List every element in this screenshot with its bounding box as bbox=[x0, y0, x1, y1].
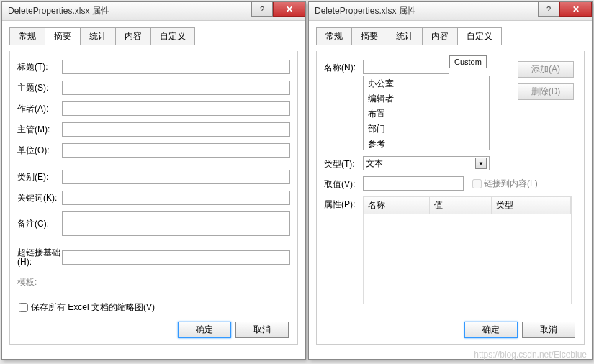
cancel-button[interactable]: 取消 bbox=[522, 322, 575, 338]
col-name[interactable]: 名称 bbox=[364, 197, 430, 214]
tab-contents[interactable]: 内容 bbox=[422, 27, 458, 45]
add-button[interactable]: 添加(A) bbox=[518, 61, 574, 78]
list-item[interactable]: 部门 bbox=[364, 122, 489, 137]
window-title: DeleteProperties.xlsx 属性 bbox=[8, 5, 109, 17]
dialog-content: 常规 摘要 统计 内容 自定义 Custom 添加(A) 删除(D) 名称(N)… bbox=[309, 21, 592, 345]
window-title: DeleteProperties.xlsx 属性 bbox=[315, 5, 416, 17]
author-input[interactable] bbox=[62, 101, 290, 116]
dialog-content: 常规 摘要 统计 内容 自定义 标题(T): 主题(S): 作者(A): 主管(… bbox=[2, 21, 305, 345]
name-label: 名称(N): bbox=[324, 60, 363, 74]
summary-panel: 标题(T): 主题(S): 作者(A): 主管(M): 单位(O): 类别(E)… bbox=[9, 51, 298, 345]
link-label: 链接到内容(L) bbox=[484, 178, 538, 190]
properties-dialog-summary: DeleteProperties.xlsx 属性 ? ✕ 常规 摘要 统计 内容… bbox=[1, 1, 306, 360]
author-label: 作者(A): bbox=[17, 103, 62, 115]
name-listbox[interactable]: 办公室 编辑者 布置 部门 参考 打字员 bbox=[363, 76, 490, 150]
subject-input[interactable] bbox=[62, 81, 290, 95]
comments-label: 备注(C): bbox=[17, 218, 62, 230]
keywords-input[interactable] bbox=[62, 191, 290, 205]
company-label: 单位(O): bbox=[17, 145, 62, 157]
thumbnail-checkbox[interactable] bbox=[19, 303, 28, 312]
tab-strip: 常规 摘要 统计 内容 自定义 bbox=[9, 27, 298, 45]
subject-label: 主题(S): bbox=[17, 82, 62, 94]
tab-statistics[interactable]: 统计 bbox=[80, 27, 116, 45]
list-item[interactable]: 编辑者 bbox=[364, 91, 489, 106]
cancel-button[interactable]: 取消 bbox=[235, 322, 289, 338]
category-input[interactable] bbox=[62, 170, 290, 184]
template-label: 模板: bbox=[17, 276, 62, 288]
title-label: 标题(T): bbox=[17, 61, 62, 73]
manager-label: 主管(M): bbox=[17, 124, 62, 136]
close-button[interactable]: ✕ bbox=[273, 2, 305, 17]
tab-summary[interactable]: 摘要 bbox=[45, 27, 81, 45]
help-button[interactable]: ? bbox=[251, 2, 273, 17]
delete-button[interactable]: 删除(D) bbox=[518, 83, 574, 100]
ok-button[interactable]: 确定 bbox=[178, 322, 231, 338]
tab-custom[interactable]: 自定义 bbox=[150, 27, 195, 45]
tab-summary[interactable]: 摘要 bbox=[351, 27, 387, 45]
col-type[interactable]: 类型 bbox=[492, 197, 571, 214]
type-label: 类型(T): bbox=[324, 156, 363, 170]
title-input[interactable] bbox=[62, 60, 290, 74]
thumbnail-label: 保存所有 Excel 文档的缩略图(V) bbox=[31, 301, 155, 314]
value-label: 取值(V): bbox=[324, 176, 363, 191]
hyperlink-label: 超链接基础(H): bbox=[17, 248, 62, 267]
list-item[interactable]: 布置 bbox=[364, 106, 489, 122]
category-label: 类别(E): bbox=[17, 171, 62, 183]
tab-strip: 常规 摘要 统计 内容 自定义 bbox=[316, 27, 585, 45]
name-input[interactable] bbox=[363, 60, 449, 74]
type-select[interactable]: 文本 ▼ bbox=[363, 156, 490, 170]
chevron-down-icon[interactable]: ▼ bbox=[475, 158, 487, 169]
titlebar[interactable]: DeleteProperties.xlsx 属性 ? ✕ bbox=[2, 2, 305, 21]
properties-label: 属性(P): bbox=[324, 196, 363, 211]
keywords-label: 关键词(K): bbox=[17, 192, 62, 204]
company-input[interactable] bbox=[62, 143, 290, 158]
tab-contents[interactable]: 内容 bbox=[115, 27, 151, 45]
properties-dialog-custom: DeleteProperties.xlsx 属性 ? ✕ 常规 摘要 统计 内容… bbox=[308, 1, 593, 360]
type-value: 文本 bbox=[366, 158, 383, 170]
value-input[interactable] bbox=[363, 176, 464, 191]
tab-custom[interactable]: 自定义 bbox=[457, 27, 502, 45]
tab-general[interactable]: 常规 bbox=[316, 27, 352, 45]
titlebar[interactable]: DeleteProperties.xlsx 属性 ? ✕ bbox=[309, 2, 592, 21]
tab-statistics[interactable]: 统计 bbox=[387, 27, 423, 45]
thumbnail-checkbox-row: 保存所有 Excel 文档的缩略图(V) bbox=[19, 301, 155, 314]
help-button[interactable]: ? bbox=[538, 2, 559, 17]
list-item[interactable]: 参考 bbox=[364, 137, 489, 150]
comments-input[interactable] bbox=[62, 211, 290, 236]
close-button[interactable]: ✕ bbox=[559, 2, 592, 17]
col-value[interactable]: 值 bbox=[430, 197, 492, 214]
table-header: 名称 值 类型 bbox=[364, 197, 571, 214]
manager-input[interactable] bbox=[62, 122, 290, 137]
list-item[interactable]: 办公室 bbox=[364, 76, 489, 91]
custom-panel: Custom 添加(A) 删除(D) 名称(N): 办公室 编辑者 布置 部门 … bbox=[316, 51, 585, 345]
link-checkbox bbox=[472, 179, 482, 188]
tooltip: Custom bbox=[449, 55, 487, 68]
hyperlink-input[interactable] bbox=[62, 250, 290, 265]
tab-general[interactable]: 常规 bbox=[9, 27, 45, 45]
properties-table[interactable]: 名称 值 类型 bbox=[363, 196, 572, 304]
ok-button[interactable]: 确定 bbox=[464, 322, 518, 338]
